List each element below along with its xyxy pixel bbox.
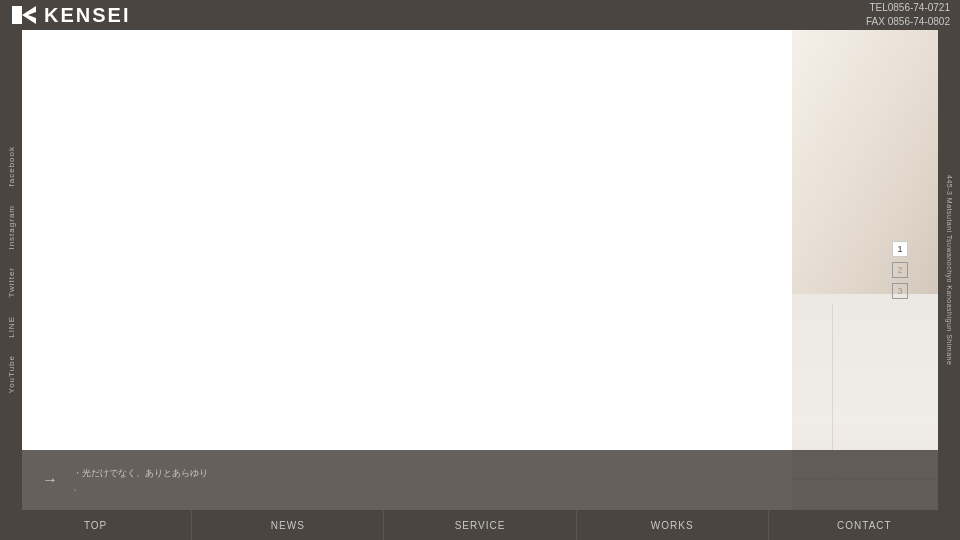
social-sidebar: facebook Instagram Twitter LINE YouTube (0, 30, 22, 510)
image-panel: 1 2 3 (792, 30, 938, 510)
youtube-link[interactable]: YouTube (7, 355, 16, 393)
white-panel (22, 30, 792, 510)
bottom-overlay: → ・光だけでなく、ありとあらゆり 、 (22, 450, 938, 510)
nav-service[interactable]: SERVICE (384, 510, 576, 540)
nav-news[interactable]: NEWS (192, 510, 384, 540)
right-sidebar: 445-3 Matsutani Tsuwanochyo Kanoashigun … (938, 30, 960, 510)
nav-contact[interactable]: CONTACT (769, 510, 960, 540)
contact-info: TEL0856-74-0721 FAX 0856-74-0802 (866, 1, 950, 29)
header: KENSEI TEL0856-74-0721 FAX 0856-74-0802 (0, 0, 960, 30)
nav-works[interactable]: WORKS (577, 510, 769, 540)
main-content: 1 2 3 (22, 30, 938, 510)
address-text: 445-3 Matsutani Tsuwanochyo Kanoashigun … (946, 175, 953, 365)
nav-top[interactable]: TOP (0, 510, 192, 540)
slider-dot-3[interactable]: 3 (892, 283, 908, 299)
line-link[interactable]: LINE (7, 316, 16, 338)
tel-number: 0856-74-0721 (888, 2, 950, 13)
overlay-line2: 、 (73, 480, 918, 494)
overlay-text: ・光だけでなく、ありとあらゆり 、 (73, 466, 918, 495)
tel-label: TEL (869, 2, 887, 13)
logo-area: KENSEI (0, 0, 130, 30)
overlay-line1: ・光だけでなく、ありとあらゆり (73, 466, 918, 480)
slider-dot-2[interactable]: 2 (892, 262, 908, 278)
logo-text: KENSEI (44, 4, 130, 27)
slider-image-top (792, 30, 938, 294)
bottom-nav: TOP NEWS SERVICE WORKS CONTACT (0, 510, 960, 540)
overlay-arrow: → (42, 471, 58, 489)
svg-rect-1 (12, 6, 22, 24)
slider-dots: 1 2 3 (892, 241, 908, 299)
facebook-link[interactable]: facebook (7, 146, 16, 186)
fax-label: FAX (866, 16, 885, 27)
fax-number: 0856-74-0802 (888, 16, 950, 27)
instagram-link[interactable]: Instagram (7, 205, 16, 250)
slider-dot-1[interactable]: 1 (892, 241, 908, 257)
twitter-link[interactable]: Twitter (7, 267, 16, 298)
